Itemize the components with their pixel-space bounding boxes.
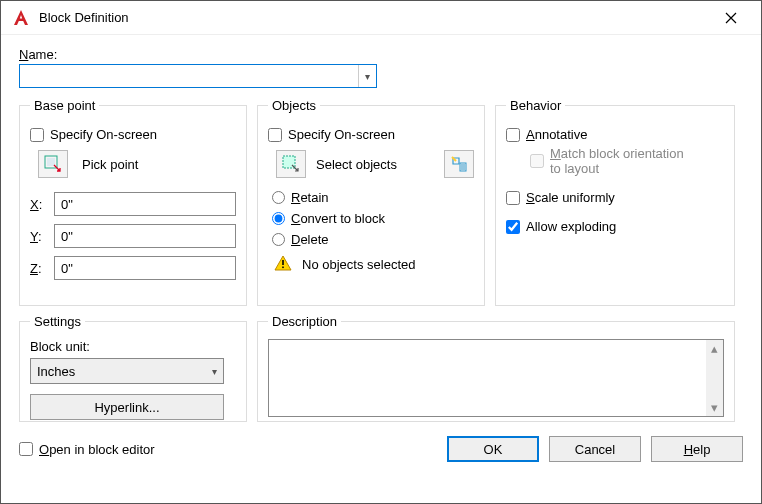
open-in-editor-checkbox[interactable] bbox=[19, 442, 33, 456]
close-button[interactable] bbox=[711, 1, 751, 35]
convert-radio[interactable]: Convert to block bbox=[272, 211, 474, 226]
behavior-group: Behavior Annotative Match block orientat… bbox=[495, 98, 735, 306]
warning-icon bbox=[274, 255, 292, 274]
name-combobox[interactable]: ▾ bbox=[19, 64, 377, 88]
basepoint-legend: Base point bbox=[30, 98, 99, 113]
scale-uniformly-label: Scale uniformly bbox=[526, 190, 615, 205]
ok-button[interactable]: OK bbox=[447, 436, 539, 462]
y-input[interactable] bbox=[54, 224, 236, 248]
select-objects-button[interactable] bbox=[276, 150, 306, 178]
specify-onscreen-basepoint-label: Specify On-screen bbox=[50, 127, 157, 142]
dialog-body: Name: ▾ Base point Specify On-screen Pic… bbox=[1, 35, 761, 476]
name-dropdown-arrow[interactable]: ▾ bbox=[358, 65, 376, 87]
retain-label: Retain bbox=[291, 190, 329, 205]
chevron-down-icon: ▾ bbox=[212, 366, 217, 377]
allow-exploding-label: Allow exploding bbox=[526, 219, 616, 234]
x-label: X: bbox=[30, 197, 46, 212]
objects-legend: Objects bbox=[268, 98, 320, 113]
annotative-label: Annotative bbox=[526, 127, 587, 142]
annotative-checkbox[interactable] bbox=[506, 128, 520, 142]
description-group: Description ▴ ▾ bbox=[257, 314, 735, 422]
specify-onscreen-objects[interactable]: Specify On-screen bbox=[268, 127, 474, 142]
z-input[interactable] bbox=[54, 256, 236, 280]
retain-radio[interactable]: Retain bbox=[272, 190, 474, 205]
annotative-checkbox-row[interactable]: Annotative bbox=[506, 127, 724, 142]
block-unit-value: Inches bbox=[37, 364, 75, 379]
dialog-title: Block Definition bbox=[39, 10, 129, 25]
help-button[interactable]: Help bbox=[651, 436, 743, 462]
titlebar: Block Definition bbox=[1, 1, 761, 35]
match-orientation-checkbox bbox=[530, 154, 544, 168]
name-input[interactable] bbox=[20, 65, 358, 87]
select-objects-label: Select objects bbox=[316, 157, 397, 172]
allow-exploding-row[interactable]: Allow exploding bbox=[506, 219, 724, 234]
open-in-editor-label: Open in block editor bbox=[39, 442, 155, 457]
delete-radio-input[interactable] bbox=[272, 233, 285, 246]
footer: Open in block editor OK Cancel Help bbox=[19, 436, 743, 462]
specify-onscreen-basepoint[interactable]: Specify On-screen bbox=[30, 127, 236, 142]
x-input[interactable] bbox=[54, 192, 236, 216]
description-textarea[interactable] bbox=[269, 340, 705, 416]
match-orientation-row: Match block orientationto layout bbox=[530, 146, 724, 176]
objects-group: Objects Specify On-screen Select objects bbox=[257, 98, 485, 306]
dialog-window: Block Definition Name: ▾ Base point Spec… bbox=[0, 0, 762, 504]
block-unit-label: Block unit: bbox=[30, 339, 236, 354]
retain-radio-input[interactable] bbox=[272, 191, 285, 204]
name-label: Name: bbox=[19, 47, 743, 62]
delete-label: Delete bbox=[291, 232, 329, 247]
quick-select-button[interactable] bbox=[444, 150, 474, 178]
scale-uniformly-row[interactable]: Scale uniformly bbox=[506, 190, 724, 205]
allow-exploding-checkbox[interactable] bbox=[506, 220, 520, 234]
description-scrollbar[interactable]: ▴ ▾ bbox=[706, 340, 723, 416]
block-unit-select[interactable]: Inches ▾ bbox=[30, 358, 224, 384]
pick-point-label: Pick point bbox=[82, 157, 138, 172]
cancel-button[interactable]: Cancel bbox=[549, 436, 641, 462]
convert-radio-input[interactable] bbox=[272, 212, 285, 225]
convert-label: Convert to block bbox=[291, 211, 385, 226]
specify-onscreen-objects-label: Specify On-screen bbox=[288, 127, 395, 142]
specify-onscreen-basepoint-checkbox[interactable] bbox=[30, 128, 44, 142]
specify-onscreen-objects-checkbox[interactable] bbox=[268, 128, 282, 142]
svg-rect-4 bbox=[282, 260, 284, 265]
behavior-legend: Behavior bbox=[506, 98, 565, 113]
match-orientation-label: Match block orientationto layout bbox=[550, 146, 684, 176]
open-in-editor-row[interactable]: Open in block editor bbox=[19, 442, 155, 457]
y-label: Y: bbox=[30, 229, 46, 244]
svg-rect-5 bbox=[282, 267, 284, 269]
settings-legend: Settings bbox=[30, 314, 85, 329]
scroll-down-icon[interactable]: ▾ bbox=[706, 399, 723, 416]
hyperlink-button[interactable]: Hyperlink... bbox=[30, 394, 224, 420]
basepoint-group: Base point Specify On-screen Pick point … bbox=[19, 98, 247, 306]
description-legend: Description bbox=[268, 314, 341, 329]
pick-point-button[interactable] bbox=[38, 150, 68, 178]
delete-radio[interactable]: Delete bbox=[272, 232, 474, 247]
description-area[interactable]: ▴ ▾ bbox=[268, 339, 724, 417]
scale-uniformly-checkbox[interactable] bbox=[506, 191, 520, 205]
scroll-up-icon[interactable]: ▴ bbox=[706, 340, 723, 357]
z-label: Z: bbox=[30, 261, 46, 276]
settings-group: Settings Block unit: Inches ▾ Hyperlink.… bbox=[19, 314, 247, 422]
svg-rect-1 bbox=[47, 158, 55, 166]
no-objects-text: No objects selected bbox=[302, 257, 415, 272]
app-icon bbox=[11, 8, 31, 28]
